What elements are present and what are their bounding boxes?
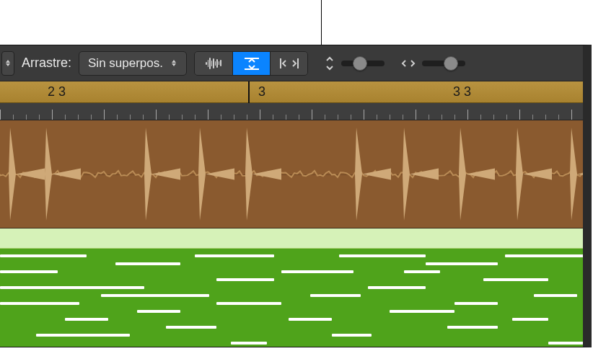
midi-note[interactable] bbox=[512, 318, 548, 321]
midi-note-area[interactable] bbox=[0, 249, 583, 347]
vertical-auto-zoom-icon bbox=[242, 56, 261, 71]
horizontal-zoom-mode-button[interactable] bbox=[270, 52, 307, 75]
waveform-mode-button[interactable] bbox=[195, 52, 232, 75]
midi-note[interactable] bbox=[216, 278, 274, 281]
midi-note[interactable] bbox=[36, 334, 130, 337]
audio-track-region[interactable] bbox=[0, 120, 583, 228]
chevron-updown-icon bbox=[6, 60, 10, 66]
midi-note[interactable] bbox=[339, 254, 426, 257]
midi-note[interactable] bbox=[65, 318, 108, 321]
midi-note[interactable] bbox=[368, 286, 426, 289]
callout-line bbox=[321, 0, 322, 45]
zoom-button-group bbox=[194, 51, 308, 76]
vertical-zoom-slider[interactable] bbox=[341, 61, 385, 66]
midi-note[interactable] bbox=[0, 286, 144, 289]
midi-note[interactable] bbox=[310, 294, 361, 297]
slider-knob[interactable] bbox=[353, 56, 367, 71]
midi-note[interactable] bbox=[289, 318, 332, 321]
drag-label: Arrastre: bbox=[22, 56, 71, 71]
horizontal-zoom-slider[interactable] bbox=[422, 61, 465, 66]
midi-note[interactable] bbox=[0, 302, 79, 305]
midi-note[interactable] bbox=[0, 254, 87, 257]
midi-note[interactable] bbox=[101, 294, 209, 297]
chevron-updown-icon bbox=[172, 60, 176, 66]
midi-note[interactable] bbox=[483, 278, 548, 281]
horizontal-zoom-icon bbox=[400, 58, 416, 68]
drag-mode-value: Sin superpos. bbox=[88, 56, 163, 71]
waveform-icon bbox=[205, 58, 222, 69]
horizontal-fit-icon bbox=[278, 57, 300, 70]
midi-note[interactable] bbox=[166, 326, 216, 329]
horizontal-zoom-slider-group bbox=[400, 58, 465, 68]
midi-region-header[interactable] bbox=[0, 228, 583, 249]
midi-note[interactable] bbox=[447, 326, 498, 329]
midi-note[interactable] bbox=[216, 302, 281, 305]
midi-note[interactable] bbox=[137, 310, 180, 313]
midi-note[interactable] bbox=[281, 270, 353, 273]
midi-note[interactable] bbox=[548, 342, 584, 345]
midi-note[interactable] bbox=[426, 262, 498, 265]
midi-track-region[interactable] bbox=[0, 228, 583, 347]
ruler-label: 2 3 bbox=[48, 84, 66, 99]
ruler-label: 3 3 bbox=[453, 84, 471, 99]
vertical-zoom-mode-button[interactable] bbox=[232, 52, 270, 75]
timeline-panel: Arrastre: Sin superpos. bbox=[0, 45, 592, 347]
ruler-label: 3 bbox=[258, 84, 265, 99]
midi-note[interactable] bbox=[231, 342, 267, 345]
midi-note[interactable] bbox=[115, 262, 180, 265]
midi-note[interactable] bbox=[454, 302, 498, 305]
midi-note[interactable] bbox=[195, 254, 274, 257]
waveform-graphic bbox=[0, 120, 583, 228]
vertical-zoom-slider-group bbox=[324, 56, 385, 71]
midi-note[interactable] bbox=[0, 270, 58, 273]
midi-note[interactable] bbox=[505, 254, 584, 257]
vertical-zoom-icon bbox=[324, 56, 335, 71]
midi-note[interactable] bbox=[332, 334, 372, 337]
midi-note[interactable] bbox=[390, 310, 454, 313]
midi-note[interactable] bbox=[534, 294, 577, 297]
tool-select-dropdown[interactable] bbox=[1, 51, 14, 76]
beat-ruler[interactable] bbox=[0, 103, 583, 120]
playhead[interactable] bbox=[248, 81, 250, 103]
bar-ruler[interactable]: 2 333 3 bbox=[0, 81, 583, 103]
drag-mode-dropdown[interactable]: Sin superpos. bbox=[79, 51, 187, 76]
toolbar: Arrastre: Sin superpos. bbox=[0, 45, 583, 81]
midi-note[interactable] bbox=[404, 270, 440, 273]
slider-knob[interactable] bbox=[444, 56, 458, 71]
